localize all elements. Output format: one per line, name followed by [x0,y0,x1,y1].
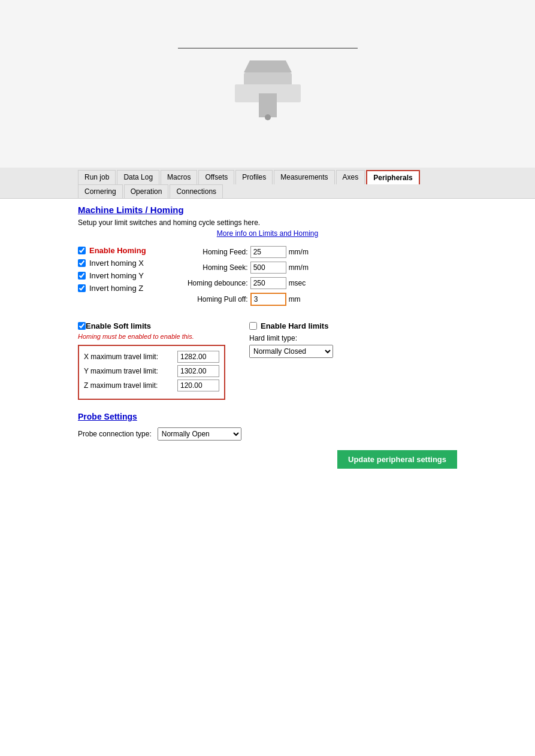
homing-checkboxes: Enable Homing Invert homing X Invert hom… [78,246,146,309]
homing-seek-unit: mm/m [289,263,309,272]
y-travel-label: Y maximum travel limit: [84,367,174,375]
x-travel-row: X maximum travel limit: [84,351,219,363]
svg-point-14 [265,114,271,120]
limits-area: Enable Soft limits Homing must be enable… [78,321,457,400]
probe-connection-row: Probe connection type: Normally Open Nor… [78,427,457,441]
probe-title: Probe Settings [78,412,457,421]
homing-feed-row: Homing Feed: mm/m [182,246,309,258]
invert-z-checkbox[interactable] [78,284,86,292]
invert-x-row: Invert homing X [78,259,146,268]
main-content: Machine Limits / Homing Setup your limit… [0,199,535,456]
page-title: Machine Limits / Homing [78,205,457,215]
tab-run-job[interactable]: Run job [78,170,116,184]
tab-operation[interactable]: Operation [124,184,169,198]
homing-debounce-row: Homing debounce: msec [182,277,309,289]
more-info-link[interactable]: More info on Limits and Homing [78,229,457,238]
settings-area: Enable Homing Invert homing X Invert hom… [78,246,457,309]
tab-offsets[interactable]: Offsets [198,170,234,184]
homing-seek-row: Homing Seek: mm/m [182,262,309,274]
probe-connection-select[interactable]: Normally Open Normally Closed [158,427,241,441]
update-peripheral-button[interactable]: Update peripheral settings [337,450,457,469]
tab-axes[interactable]: Axes [336,170,365,184]
homing-debounce-label: Homing debounce: [182,279,248,287]
tab-connections[interactable]: Connections [170,184,223,198]
tab-measurements[interactable]: Measurements [274,170,334,184]
hard-limit-type-label: Hard limit type: [249,334,333,342]
x-travel-label: X maximum travel limit: [84,353,174,361]
z-travel-label: Z maximum travel limit: [84,381,174,390]
z-travel-row: Z maximum travel limit: [84,379,219,391]
homing-debounce-unit: msec [289,279,306,287]
homing-feed-label: Homing Feed: [182,248,248,256]
y-travel-row: Y maximum travel limit: [84,365,219,377]
homing-pulloff-label: Homing Pull off: [182,295,248,303]
homing-seek-label: Homing Seek: [182,263,248,272]
enable-hard-limits-checkbox[interactable] [249,322,257,330]
hard-limits-col: Enable Hard limits Hard limit type: Norm… [249,321,333,400]
nav-tabs: Run job Data Log Macros Offsets Profiles… [0,168,535,199]
invert-y-checkbox[interactable] [78,272,86,280]
enable-hard-limits-row: Enable Hard limits [249,321,333,330]
enable-soft-limits-label: Enable Soft limits [86,321,151,330]
invert-z-row: Invert homing Z [78,284,146,293]
homing-seek-input[interactable] [250,262,286,274]
enable-homing-label: Enable Homing [89,246,146,255]
homing-debounce-input[interactable] [250,277,286,289]
tab-macros[interactable]: Macros [161,170,197,184]
travel-limits-box: X maximum travel limit: Y maximum travel… [78,345,225,400]
top-separator [178,48,358,48]
tab-peripherals[interactable]: Peripherals [366,170,419,184]
enable-soft-limits-row: Enable Soft limits [78,321,225,330]
probe-connection-label: Probe connection type: [78,430,152,438]
invert-y-label: Invert homing Y [89,271,144,280]
enable-homing-row: Enable Homing [78,246,146,255]
homing-pulloff-input[interactable] [250,293,286,306]
invert-y-row: Invert homing Y [78,271,146,280]
x-travel-input[interactable] [177,351,219,363]
homing-fields: Homing Feed: mm/m Homing Seek: mm/m Homi… [182,246,309,309]
invert-z-label: Invert homing Z [89,284,143,293]
svg-marker-11 [244,60,292,72]
cnc-illustration [208,60,328,120]
homing-feed-unit: mm/m [289,248,309,256]
tab-data-log[interactable]: Data Log [117,170,159,184]
probe-section: Probe Settings Probe connection type: No… [78,412,457,441]
svg-rect-13 [259,93,277,117]
homing-pulloff-unit: mm [289,295,301,303]
enable-hard-limits-label: Enable Hard limits [261,321,328,330]
z-travel-input[interactable] [177,379,219,391]
invert-x-label: Invert homing X [89,259,144,268]
enable-homing-checkbox[interactable] [78,247,86,254]
enable-soft-limits-checkbox[interactable] [78,322,86,330]
soft-limits-col: Enable Soft limits Homing must be enable… [78,321,225,400]
tab-profiles[interactable]: Profiles [235,170,273,184]
tab-cornering[interactable]: Cornering [78,184,123,198]
homing-feed-input[interactable] [250,246,286,258]
top-section [0,0,535,168]
soft-limits-note: Homing must be enabled to enable this. [78,333,225,340]
homing-pulloff-row: Homing Pull off: mm [182,293,309,306]
invert-x-checkbox[interactable] [78,259,86,267]
section-description: Setup your limit switches and homing cyc… [78,218,457,227]
hard-limit-type-select[interactable]: Normally Closed Normally Open [249,345,333,358]
y-travel-input[interactable] [177,365,219,377]
